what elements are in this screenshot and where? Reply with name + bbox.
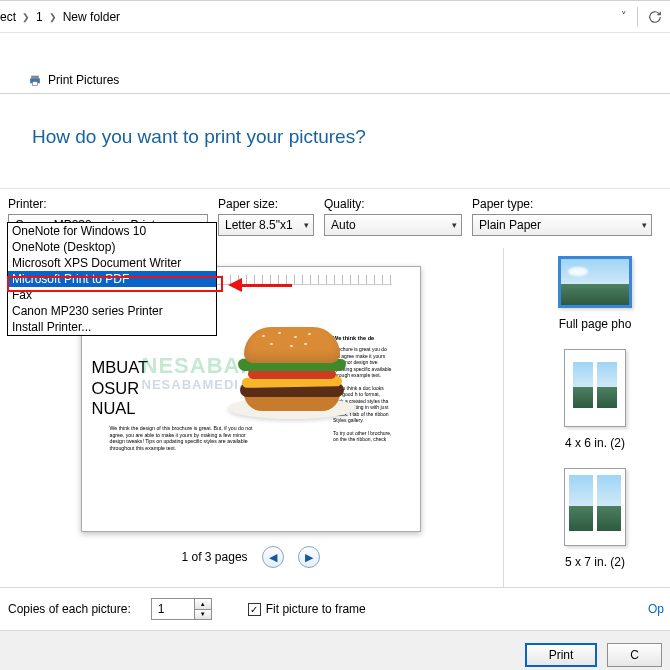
pager: 1 of 3 pages ◀ ▶ xyxy=(8,546,493,568)
printer-option[interactable]: OneNote (Desktop) xyxy=(8,239,216,255)
svg-rect-2 xyxy=(32,81,37,85)
chevron-down-icon: ▾ xyxy=(642,220,647,230)
watermark: NESABAMEDIA xyxy=(142,377,250,392)
breadcrumb[interactable]: ect ❯ 1 ❯ New folder xyxy=(0,10,120,24)
paper-type-select[interactable]: Plain Paper ▾ xyxy=(472,214,652,236)
copies-stepper[interactable]: ▲ ▼ xyxy=(151,598,212,620)
breadcrumb-bar: ect ❯ 1 ❯ New folder ˅ xyxy=(0,1,670,32)
preview-caption: We think the design of this brochure is … xyxy=(110,425,260,452)
copies-label: Copies of each picture: xyxy=(8,602,131,616)
quality-select[interactable]: Auto ▾ xyxy=(324,214,462,236)
fit-to-frame-label: Fit picture to frame xyxy=(266,602,366,616)
chevron-right-icon: ❯ xyxy=(49,12,57,22)
printer-label: Printer: xyxy=(8,197,208,211)
layout-label: 5 x 7 in. (2) xyxy=(520,555,670,569)
layout-panel: Full page pho 4 x 6 in. (2) 5 x 7 in. (2… xyxy=(503,248,670,587)
chevron-right-icon: ❯ xyxy=(22,12,30,22)
next-page-button[interactable]: ▶ xyxy=(298,546,320,568)
layout-label: 4 x 6 in. (2) xyxy=(520,436,670,450)
layout-5x7[interactable] xyxy=(564,468,626,546)
chevron-down-icon: ▾ xyxy=(304,220,309,230)
printer-option[interactable]: Canon MP230 series Printer xyxy=(8,303,216,319)
dialog-action-bar: Print C xyxy=(0,630,670,670)
printer-option[interactable]: Microsoft XPS Document Writer xyxy=(8,255,216,271)
printer-option[interactable]: Install Printer... xyxy=(8,319,216,335)
breadcrumb-seg-3[interactable]: New folder xyxy=(63,10,120,24)
paper-size-select[interactable]: Letter 8.5"x1 ▾ xyxy=(218,214,314,236)
copies-up-button[interactable]: ▲ xyxy=(195,599,211,609)
footer-options: Copies of each picture: ▲ ▼ ✓ Fit pictur… xyxy=(0,588,670,630)
paper-size-label: Paper size: xyxy=(218,197,314,211)
printer-icon xyxy=(28,74,42,87)
printer-option-selected[interactable]: Microsoft Print to PDF xyxy=(8,271,216,287)
layout-label: Full page pho xyxy=(520,317,670,331)
breadcrumb-seg-2[interactable]: 1 xyxy=(36,10,43,24)
print-button[interactable]: Print xyxy=(525,643,598,667)
layout-4x6[interactable] xyxy=(564,349,626,427)
paper-type-label: Paper type: xyxy=(472,197,652,211)
window-title: Print Pictures xyxy=(48,73,119,87)
chevron-down-icon: ▾ xyxy=(452,220,457,230)
breadcrumb-seg-1[interactable]: ect xyxy=(0,10,16,24)
prev-page-button[interactable]: ◀ xyxy=(262,546,284,568)
copies-input[interactable] xyxy=(152,599,194,619)
breadcrumb-chevron-down-icon[interactable]: ˅ xyxy=(621,10,627,23)
printer-option[interactable]: Fax xyxy=(8,287,216,303)
paper-type-value: Plain Paper xyxy=(479,218,541,232)
paper-size-value: Letter 8.5"x1 xyxy=(225,218,293,232)
options-link[interactable]: Op xyxy=(648,602,664,616)
page-indicator: 1 of 3 pages xyxy=(182,550,248,564)
annotation-arrow-icon xyxy=(228,278,292,292)
printer-option[interactable]: OneNote for Windows 10 xyxy=(8,223,216,239)
svg-rect-0 xyxy=(31,75,39,78)
copies-down-button[interactable]: ▼ xyxy=(195,609,211,619)
checkbox-icon: ✓ xyxy=(248,603,261,616)
dialog-heading: How do you want to print your pictures? xyxy=(32,126,670,148)
question-band: How do you want to print your pictures? xyxy=(0,94,670,188)
layout-full-page[interactable] xyxy=(558,256,632,308)
preview-image-burger xyxy=(238,311,323,419)
cancel-button[interactable]: C xyxy=(607,643,662,667)
quality-label: Quality: xyxy=(324,197,462,211)
window-title-row: Print Pictures xyxy=(0,73,670,93)
printer-dropdown-list[interactable]: OneNote for Windows 10 OneNote (Desktop)… xyxy=(7,222,217,336)
quality-value: Auto xyxy=(331,218,356,232)
refresh-icon[interactable] xyxy=(648,10,662,24)
fit-to-frame-checkbox[interactable]: ✓ Fit picture to frame xyxy=(248,602,366,616)
